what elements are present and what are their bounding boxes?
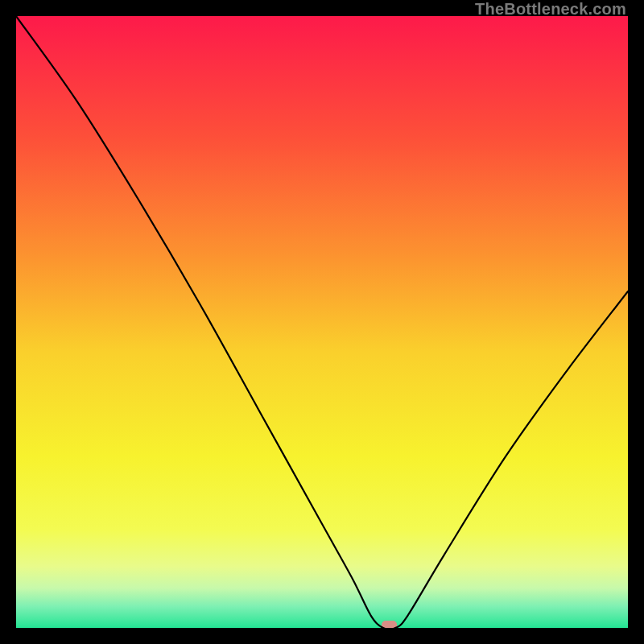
bottleneck-chart (16, 16, 628, 628)
gradient-background (16, 16, 628, 628)
optimum-marker (382, 621, 397, 628)
